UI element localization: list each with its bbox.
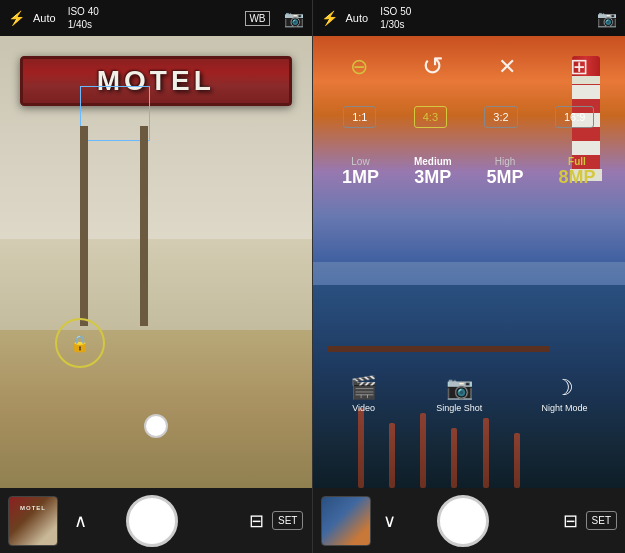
mp-high[interactable]: High 5MP — [487, 156, 524, 188]
lighthouse-scene: ⊖ ↺ ✕ ⊞ 1:1 4:3 3:2 16:9 Low 1MP Medium — [313, 36, 626, 488]
mp-full-label: Full — [558, 156, 595, 167]
set-button-left[interactable]: SET — [272, 511, 303, 530]
single-shot-icon: 📷 — [446, 375, 473, 401]
flash-icon-right[interactable]: ⚡ — [321, 10, 338, 26]
pier-post — [358, 408, 364, 488]
mp-high-label: High — [487, 156, 524, 167]
right-top-bar: ⚡ Auto ISO 50 1/30s 📷 — [313, 0, 626, 36]
spiral-icon[interactable]: ↺ — [422, 51, 444, 82]
thumbnail-left[interactable]: MOTEL — [8, 496, 58, 546]
grid-icon[interactable]: ⊞ — [570, 54, 588, 80]
aspect-1-1[interactable]: 1:1 — [343, 106, 376, 128]
motel-sign: MOTEL — [20, 56, 292, 106]
left-bottom-bar: MOTEL ∧ ⊟ SET — [0, 488, 312, 553]
iso-info-left: ISO 40 1/40s — [68, 5, 99, 31]
pier-post — [389, 423, 395, 488]
mp-low-label: Low — [342, 156, 379, 167]
pier-post — [483, 418, 489, 488]
pole-right — [140, 126, 148, 326]
mode-single-shot[interactable]: 📷 Single Shot — [436, 375, 482, 413]
video-label: Video — [352, 403, 375, 413]
mp-medium[interactable]: Medium 3MP — [414, 156, 452, 188]
pier-post — [514, 433, 520, 488]
mp-high-value: 5MP — [487, 167, 524, 187]
pole-left — [80, 126, 88, 326]
aspect-ratio-row: 1:1 4:3 3:2 16:9 — [313, 106, 626, 128]
mp-full-value: 8MP — [558, 167, 595, 187]
camera-icon-left[interactable]: 📷 — [284, 9, 304, 28]
aspect-3-2[interactable]: 3:2 — [484, 106, 517, 128]
mp-low[interactable]: Low 1MP — [342, 156, 379, 188]
aspect-16-9[interactable]: 16:9 — [555, 106, 594, 128]
mode-night-mode[interactable]: ☽ Night Mode — [541, 375, 587, 413]
lock-icon: 🔒 — [70, 334, 90, 353]
motel-text: MOTEL — [97, 65, 215, 96]
mode-video[interactable]: 🎬 Video — [350, 375, 377, 413]
camera-icon-right[interactable]: 📷 — [597, 9, 617, 28]
left-image-area[interactable]: MOTEL 🔒 — [0, 36, 312, 488]
thumbnail-right[interactable] — [321, 496, 371, 546]
right-image-area[interactable]: ⊖ ↺ ✕ ⊞ 1:1 4:3 3:2 16:9 Low 1MP Medium — [313, 36, 626, 488]
mp-full[interactable]: Full 8MP — [558, 156, 595, 188]
cross-icon[interactable]: ✕ — [498, 54, 516, 80]
overlay-icons: ⊖ ↺ ✕ ⊞ — [313, 51, 626, 82]
chevron-up-icon[interactable]: ∧ — [74, 510, 87, 532]
sliders-icon-left[interactable]: ⊟ — [249, 510, 264, 532]
pier-posts — [333, 172, 546, 488]
shutter-button-right[interactable] — [437, 495, 489, 547]
video-icon: 🎬 — [350, 375, 377, 401]
motel-scene: MOTEL 🔒 — [0, 36, 312, 488]
left-panel: ⚡ Auto ISO 40 1/40s WB 📷 MOTEL — [0, 0, 312, 553]
sliders-icon-right[interactable]: ⊟ — [563, 510, 578, 532]
right-bottom-bar: ∨ ⊟ SET — [313, 488, 626, 553]
single-shot-label: Single Shot — [436, 403, 482, 413]
iso-info-right: ISO 50 1/30s — [380, 5, 411, 31]
ground-area — [0, 330, 312, 488]
wb-label[interactable]: WB — [245, 11, 269, 26]
right-panel: ⚡ Auto ISO 50 1/30s 📷 — [313, 0, 626, 553]
aspect-4-3[interactable]: 4:3 — [414, 106, 447, 128]
night-mode-label: Night Mode — [541, 403, 587, 413]
target-icon[interactable]: ⊖ — [350, 54, 368, 80]
mp-medium-label: Medium — [414, 156, 452, 167]
mp-medium-value: 3MP — [414, 167, 451, 187]
pier-post — [420, 413, 426, 488]
mp-low-value: 1MP — [342, 167, 379, 187]
set-button-right[interactable]: SET — [586, 511, 617, 530]
night-mode-icon: ☽ — [554, 375, 574, 401]
mp-row: Low 1MP Medium 3MP High 5MP Full 8MP — [313, 156, 626, 188]
flash-icon-left[interactable]: ⚡ — [8, 10, 25, 26]
left-top-bar: ⚡ Auto ISO 40 1/40s WB 📷 — [0, 0, 312, 36]
thumb-motel-text: MOTEL — [20, 505, 46, 511]
focus-circle: 🔒 — [55, 318, 105, 368]
mode-row: 🎬 Video 📷 Single Shot ☽ Night Mode — [313, 375, 626, 413]
auto-label-right: Auto — [346, 12, 369, 24]
shutter-button-left[interactable] — [126, 495, 178, 547]
auto-label-left: Auto — [33, 12, 56, 24]
chevron-down-icon[interactable]: ∨ — [383, 510, 396, 532]
pier-post — [451, 428, 457, 488]
motel-sign-container: MOTEL — [20, 56, 292, 106]
shutter-dot-left — [144, 414, 168, 438]
